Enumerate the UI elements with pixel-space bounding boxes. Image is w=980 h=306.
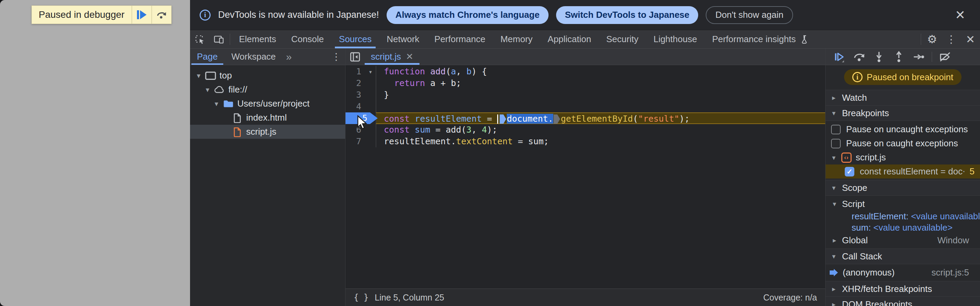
editor-status-bar: { } Line 5, Column 25 Coverage: n/a	[345, 288, 825, 306]
tab-security[interactable]: Security	[599, 30, 646, 48]
code-line-1[interactable]: 1 ▾ function add(a, b) {	[345, 66, 825, 77]
code-line-4[interactable]: 4	[345, 101, 825, 112]
editor-tab-scriptjs[interactable]: script.js ✕	[365, 49, 420, 65]
tree-item-label: Users/user/project	[237, 98, 310, 109]
tab-sources[interactable]: Sources	[331, 30, 379, 48]
banner-step-over-button[interactable]	[151, 6, 171, 24]
code-line-2[interactable]: 2 return a + b;	[345, 77, 825, 89]
editor-tab-label: script.js	[371, 51, 401, 62]
line-number[interactable]: 2	[345, 77, 365, 89]
tree-item-label: index.html	[246, 112, 287, 123]
variable-value: <value unavailable>	[873, 222, 953, 233]
tab-memory[interactable]: Memory	[493, 30, 540, 48]
navigator-menu-button[interactable]: ⋮	[327, 49, 345, 65]
pretty-print-button[interactable]: { }	[354, 293, 368, 302]
continue-to-marker-icon[interactable]	[500, 115, 506, 124]
coverage-status: Coverage: n/a	[763, 293, 817, 303]
tree-item-script-js[interactable]: script.js	[190, 125, 345, 139]
tree-item-project-folder[interactable]: ▾ Users/user/project	[190, 97, 345, 111]
tab-console[interactable]: Console	[283, 30, 331, 48]
expand-arrow-icon: ▾	[830, 252, 837, 260]
switch-to-japanese-button[interactable]: Switch DevTools to Japanese	[556, 6, 698, 24]
cursor-position-status: Line 5, Column 25	[375, 293, 444, 303]
expand-arrow-icon[interactable]: ▾	[211, 100, 221, 108]
checkbox-checked-icon[interactable]: ✓	[845, 167, 854, 177]
tab-lighthouse[interactable]: Lighthouse	[646, 30, 704, 48]
js-file-icon	[231, 127, 244, 137]
section-scope[interactable]: ▾ Scope	[826, 180, 980, 195]
code-line-7[interactable]: 7 resultElement.textContent = sum;	[345, 136, 825, 147]
scope-variable-row[interactable]: resultElement: <value unavailable>	[826, 211, 980, 222]
section-call-stack[interactable]: ▾ Call Stack	[826, 249, 980, 264]
section-title: DOM Breakpoints	[842, 299, 912, 306]
pause-on-uncaught-row[interactable]: Pause on uncaught exceptions	[826, 122, 980, 136]
breakpoint-file-name: script.js	[856, 152, 886, 163]
line-number[interactable]: 1	[345, 66, 365, 77]
section-title: Watch	[842, 92, 867, 103]
notification-close-button[interactable]: ✕	[951, 5, 970, 25]
line-number[interactable]: 4	[345, 101, 365, 112]
resume-script-button[interactable]	[830, 49, 848, 64]
tab-network[interactable]: Network	[379, 30, 426, 48]
tree-item-file-protocol[interactable]: ▾ file://	[190, 83, 345, 97]
banner-resume-button[interactable]	[132, 6, 151, 24]
code-line-5-paused[interactable]: 5 const resultElement = document.getElem…	[345, 112, 825, 124]
line-number[interactable]: 7	[345, 136, 365, 147]
checkbox-unchecked-icon[interactable]	[831, 139, 841, 148]
section-breakpoints[interactable]: ▾ Breakpoints	[826, 105, 980, 121]
breakpoint-file-group[interactable]: ▾ ‹› script.js	[826, 150, 980, 164]
scope-group-title: Global	[842, 235, 868, 246]
code-line-3[interactable]: 3 }	[345, 89, 825, 101]
toggle-navigator-button[interactable]	[345, 49, 365, 65]
toolbar-right-controls: ⚙ ⋮ ✕	[920, 30, 980, 48]
section-watch[interactable]: ▸ Watch	[826, 90, 980, 105]
settings-button[interactable]: ⚙	[923, 30, 942, 48]
expand-arrow-icon[interactable]: ▾	[194, 72, 204, 80]
more-options-button[interactable]: ⋮	[942, 30, 961, 48]
webpage-background: Paused in debugger	[0, 0, 190, 306]
tree-item-index-html[interactable]: index.html	[190, 111, 345, 125]
fold-arrow-icon[interactable]: ▾	[365, 66, 375, 77]
step-into-button[interactable]	[870, 49, 888, 64]
tab-elements[interactable]: Elements	[231, 30, 283, 48]
section-xhr-breakpoints[interactable]: ▸ XHR/fetch Breakpoints	[826, 281, 980, 296]
expand-arrow-icon[interactable]: ▾	[202, 86, 213, 94]
scope-variable-row[interactable]: sum: <value unavailable>	[826, 222, 980, 233]
deactivate-breakpoints-button[interactable]	[936, 49, 954, 64]
frame-icon	[204, 71, 218, 80]
code-line-6[interactable]: 6 const sum = add(3, 4);	[345, 124, 825, 136]
section-dom-breakpoints[interactable]: ▸ DOM Breakpoints	[826, 296, 980, 306]
code-editor[interactable]: 1 ▾ function add(a, b) { 2 return a + b;…	[345, 65, 825, 288]
dont-show-again-button[interactable]: Don't show again	[706, 6, 793, 24]
devtools-toolbar: Elements Console Sources Network Perform…	[190, 30, 980, 49]
call-stack-frame[interactable]: (anonymous) script.js:5	[826, 266, 980, 280]
device-toolbar-button[interactable]	[209, 30, 228, 48]
more-tabs-button[interactable]: »	[283, 49, 295, 65]
tree-item-top[interactable]: ▾ top	[190, 69, 345, 83]
tab-application[interactable]: Application	[540, 30, 598, 48]
close-devtools-button[interactable]: ✕	[961, 30, 980, 48]
step-out-button[interactable]	[890, 49, 908, 64]
section-title: Breakpoints	[842, 108, 889, 119]
scope-script-group[interactable]: ▾ Script	[826, 197, 980, 211]
info-icon: i	[200, 10, 211, 21]
tree-item-label: file://	[228, 84, 247, 95]
pause-on-caught-row[interactable]: Pause on caught exceptions	[826, 136, 980, 150]
tab-performance[interactable]: Performance	[427, 30, 493, 48]
step-over-button[interactable]	[850, 49, 868, 64]
step-button[interactable]	[910, 49, 928, 64]
debugger-pane: i Paused on breakpoint ▸ Watch ▾ Breakpo…	[825, 49, 980, 306]
inspect-element-button[interactable]	[190, 30, 209, 48]
checkbox-unchecked-icon[interactable]	[831, 125, 841, 134]
navigator-tab-page[interactable]: Page	[190, 49, 224, 65]
navigator-tab-workspace[interactable]: Workspace	[224, 49, 283, 65]
line-number[interactable]: 3	[345, 89, 365, 101]
breakpoint-entry[interactable]: ✓ const resultElement = doc⋯ 5	[826, 164, 980, 178]
always-match-language-button[interactable]: Always match Chrome's language	[387, 6, 549, 24]
close-tab-icon[interactable]: ✕	[406, 51, 413, 62]
chevrons-icon: »	[286, 51, 292, 62]
scope-global-group[interactable]: ▸ Global Window	[826, 233, 980, 247]
selected-token[interactable]: document.	[507, 114, 553, 124]
tab-performance-insights[interactable]: Performance insights	[705, 30, 816, 48]
continue-to-marker-icon[interactable]	[554, 115, 560, 124]
